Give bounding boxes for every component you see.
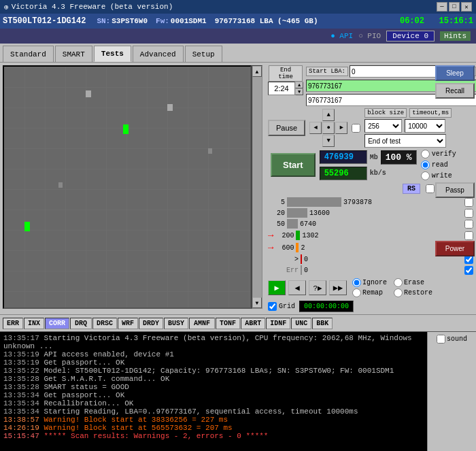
read-radio[interactable] <box>421 161 430 169</box>
ignore-label[interactable]: Ignore <box>352 278 387 287</box>
pause-button[interactable]: Pause <box>268 120 305 136</box>
arrow-down[interactable]: ▼ <box>322 135 335 147</box>
tab-tests[interactable]: Tests <box>94 46 131 62</box>
arrow-600-icon: → <box>268 242 273 253</box>
bar-gt <box>301 254 302 264</box>
rewind-button[interactable]: ◀ <box>288 280 306 295</box>
log-line-4: 13:35:22 Model: ST500LT012-1DG142; Capac… <box>3 367 424 375</box>
time-up-btn[interactable]: ▲ <box>295 82 303 88</box>
restore-label[interactable]: Restore <box>394 288 432 297</box>
start-lba-label: Start LBA: <box>306 67 348 76</box>
stat-amnf[interactable]: AMNF <box>189 318 215 329</box>
arrow-center[interactable]: ● <box>322 122 335 134</box>
play-button[interactable]: ▶ <box>268 280 286 295</box>
error-options: Ignore Remap Erase Restore <box>352 278 432 297</box>
stat-drdy[interactable]: DRDY <box>139 318 163 329</box>
skip-button[interactable]: ?▶ <box>309 280 326 295</box>
maximize-button[interactable]: □ <box>449 2 460 12</box>
side-buttons: Sleep Recall Passp Power <box>434 63 476 259</box>
arrow-200-icon: → <box>268 230 273 241</box>
tab-smart[interactable]: SMART <box>55 46 92 62</box>
bar-50 <box>287 219 298 229</box>
arrow-left[interactable]: ◄ <box>309 122 322 134</box>
fw-label: Fw: <box>156 17 169 25</box>
window-controls: ─ □ ✕ <box>437 2 472 12</box>
bar-row-err: Err 0 <box>268 265 473 275</box>
sound-label[interactable]: sound <box>437 335 467 344</box>
log-line-5: 13:35:28 Get S.M.A.R.T. command... OK <box>3 375 424 383</box>
pio-radio[interactable]: ○ PIO <box>358 32 381 40</box>
graph-scrollbar[interactable]: ▲ ▼ <box>252 65 262 309</box>
arrow-checkbox[interactable] <box>352 124 360 133</box>
stat-bbk[interactable]: BBK <box>312 318 333 329</box>
scroll-track <box>252 77 262 297</box>
title-bar: ⊕ Victoria 4.3 Freeware (beta version) ─… <box>0 0 476 14</box>
stat-drsc[interactable]: DRSC <box>92 318 117 329</box>
end-time-input[interactable] <box>268 82 295 95</box>
sound-checkbox[interactable] <box>437 335 445 344</box>
minimize-button[interactable]: ─ <box>437 2 447 12</box>
log-side-panel: sound API number <box>427 332 476 451</box>
sleep-button[interactable]: Sleep <box>435 65 475 81</box>
status-bar: ● API ○ PIO Device 0 Hints <box>0 29 476 44</box>
api-radio[interactable]: ● API <box>330 32 353 40</box>
title-text: Victoria 4.3 Freeware (beta version) <box>12 3 173 11</box>
tab-setup[interactable]: Setup <box>185 46 222 62</box>
log-line-6: 13:35:28 SMART status = GOOD <box>3 383 424 391</box>
log-line-3: 13:35:19 Get passport... OK <box>3 358 424 367</box>
stat-tonf[interactable]: TONF <box>216 318 240 329</box>
stat-corr[interactable]: CORR <box>45 318 69 329</box>
stat-unc[interactable]: UNC <box>291 318 311 329</box>
restore-radio[interactable] <box>394 288 403 297</box>
block-size-label: block size <box>364 108 407 118</box>
device-badge: Device 0 <box>386 31 435 41</box>
scroll-down[interactable]: ▼ <box>252 297 262 308</box>
tab-advanced[interactable]: Advanced <box>133 46 184 62</box>
close-button[interactable]: ✕ <box>461 2 472 12</box>
recall-button[interactable]: Recall <box>435 83 475 99</box>
hints-button[interactable]: Hints <box>440 31 471 41</box>
arrow-empty-bl <box>309 135 322 147</box>
stat-err[interactable]: ERR <box>3 318 23 329</box>
grid-label[interactable]: Grid <box>268 302 295 311</box>
stat-wrf[interactable]: WRF <box>118 318 138 329</box>
bar-200 <box>296 231 300 240</box>
arrow-up[interactable]: ▲ <box>322 109 335 121</box>
erase-radio[interactable] <box>394 278 403 287</box>
stat-drq[interactable]: DRQ <box>70 318 92 329</box>
power-button[interactable]: Power <box>435 241 475 256</box>
fastfwd-button[interactable]: ▶▶ <box>329 280 347 295</box>
svg-rect-4 <box>167 104 173 111</box>
write-radio[interactable] <box>421 171 430 180</box>
mb-value: 476939 <box>320 150 367 164</box>
ignore-radio[interactable] <box>352 278 361 287</box>
bar-err <box>301 265 302 275</box>
block-size-select[interactable]: 256 <box>364 119 402 133</box>
stat-inx[interactable]: INX <box>24 318 44 329</box>
svg-rect-0 <box>4 67 250 307</box>
graph-svg <box>4 67 250 307</box>
time-down-btn[interactable]: ▼ <box>295 88 303 95</box>
tab-bar: Standard SMART Tests Advanced Setup <box>0 44 476 63</box>
start-lba-input[interactable] <box>350 65 440 78</box>
erase-label[interactable]: Erase <box>394 278 432 287</box>
mb-unit: Mb <box>370 154 378 161</box>
passp-button[interactable]: Passp <box>435 182 475 198</box>
rs-badge[interactable]: RS <box>403 184 420 194</box>
remap-radio[interactable] <box>352 288 361 297</box>
bottom-area: 13:35:17 Starting Victoria 4.3 Freeware … <box>0 332 476 451</box>
stat-busy[interactable]: BUSY <box>164 318 188 329</box>
verify-radio[interactable] <box>421 150 430 158</box>
bar-err-check[interactable] <box>464 266 473 275</box>
svg-rect-1 <box>123 124 129 134</box>
kbs-value: 55296 <box>320 167 367 180</box>
stat-idnf[interactable]: IDNF <box>266 318 290 329</box>
tab-standard[interactable]: Standard <box>3 46 54 62</box>
log-line-11: 14:26:19 Warning! Block start at 5655736… <box>3 424 424 432</box>
stat-abrt[interactable]: ABRT <box>241 318 265 329</box>
start-button[interactable]: Start <box>271 153 316 177</box>
remap-label[interactable]: Remap <box>352 288 387 297</box>
grid-checkbox[interactable] <box>268 302 277 311</box>
arrow-right[interactable]: ► <box>335 122 347 134</box>
scroll-up[interactable]: ▲ <box>252 66 262 77</box>
